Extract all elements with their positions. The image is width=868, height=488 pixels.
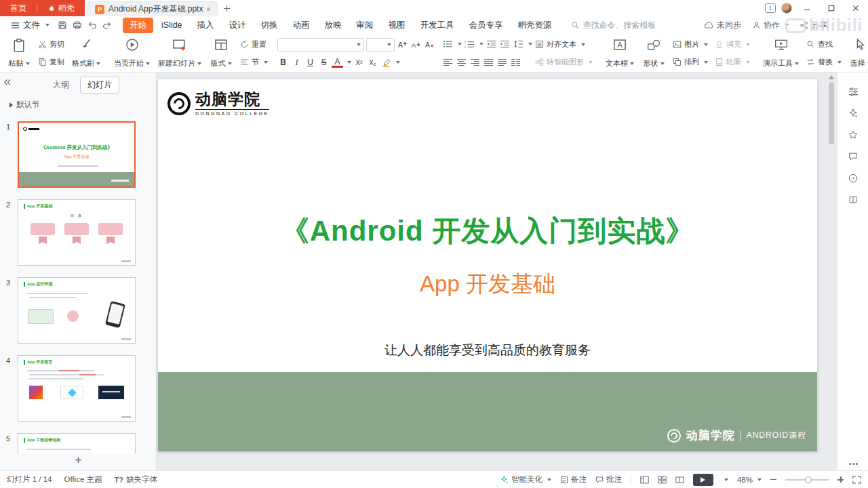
smart-beautify-button[interactable]: 智能美化 (500, 474, 551, 485)
increase-indent-button[interactable] (499, 38, 511, 50)
select-button[interactable]: 选择 (846, 37, 868, 70)
menu-item-slideshow[interactable]: 放映 (318, 18, 349, 33)
underline-button[interactable]: U (304, 56, 316, 68)
columns-button[interactable] (510, 56, 521, 68)
share-button[interactable]: 分享 (800, 20, 827, 31)
home-tab[interactable]: 首页 (0, 3, 37, 14)
paste-button[interactable]: 粘贴 (4, 37, 34, 70)
vertical-scrollbar[interactable] (827, 74, 835, 469)
file-menu[interactable]: 文件 (5, 20, 55, 31)
clear-format-button[interactable]: A (424, 39, 435, 51)
slide-sorter-view-button[interactable] (658, 476, 667, 484)
new-tab-button[interactable] (218, 0, 235, 16)
replace-button[interactable]: 替换 (804, 56, 844, 68)
tab-slides[interactable]: 幻灯片 (80, 77, 119, 94)
window-pin-icon[interactable]: 1 (765, 3, 776, 13)
font-name-combo[interactable] (277, 38, 364, 52)
slide-tagline[interactable]: 让人人都能享受到高品质的教育服务 (158, 342, 817, 359)
zoom-out-button[interactable] (770, 479, 776, 481)
add-slide-button[interactable]: + (0, 454, 157, 466)
slide-title[interactable]: 《Android 开发从入门到实战》 (158, 212, 817, 250)
bold-button[interactable]: B (277, 56, 289, 68)
strikethrough-button[interactable]: S (318, 56, 330, 68)
increase-font-button[interactable]: A (397, 39, 408, 51)
reset-button[interactable]: 重置 (237, 38, 271, 51)
command-search[interactable] (571, 20, 671, 30)
shapes-button[interactable]: 形状 (639, 37, 669, 70)
distribute-button[interactable] (496, 56, 508, 68)
subscript-button[interactable]: X₂ (367, 56, 378, 68)
copy-button[interactable]: 复制 (35, 56, 67, 68)
new-slide-button[interactable]: 新建幻灯片 (155, 37, 205, 70)
undo-button[interactable] (85, 18, 100, 32)
presenter-tools-button[interactable]: 演示工具 (760, 37, 802, 70)
textbox-button[interactable]: A 文本框 (602, 37, 637, 70)
outline-button[interactable]: 轮廓 (712, 56, 753, 68)
slide-thumbnail-3[interactable]: App 运行环境 (18, 277, 136, 344)
decrease-font-button[interactable]: A (410, 39, 422, 51)
align-text-button[interactable]: 对齐文本 (532, 38, 595, 51)
slideshow-play-button[interactable] (693, 474, 713, 486)
decrease-indent-button[interactable] (486, 38, 497, 50)
fill-button[interactable]: 填充 (712, 38, 753, 51)
collapse-panel-icon[interactable] (3, 79, 12, 86)
slide-canvas[interactable]: 动脑学院 DONGNAO COLLEGE 《Android 开发从入门到实战》 … (158, 79, 817, 451)
italic-button[interactable]: I (291, 56, 302, 68)
menu-item-review[interactable]: 审阅 (350, 18, 380, 33)
missing-fonts-button[interactable]: T? 缺失字体 (115, 474, 157, 485)
highlight-pen-button[interactable] (380, 56, 392, 68)
numbering-button[interactable]: 12 (464, 38, 475, 50)
search-input[interactable] (583, 20, 671, 30)
print-button[interactable] (70, 18, 85, 32)
align-center-button[interactable] (456, 56, 467, 68)
cut-button[interactable]: 剪切 (35, 38, 67, 51)
superscript-button[interactable]: X² (353, 56, 365, 68)
beautify-panel-icon[interactable] (837, 102, 868, 124)
theme-name[interactable]: Office 主题 (64, 474, 102, 485)
user-avatar[interactable] (781, 3, 792, 14)
slide-thumbnail-1[interactable]: 《Android 开发从入门到实战》 App 开发基础 (18, 121, 136, 188)
tab-outline[interactable]: 大纲 (46, 77, 76, 93)
sync-status[interactable]: 未同步 (704, 20, 741, 31)
menu-item-design[interactable]: 设计 (222, 18, 253, 33)
minimize-button[interactable] (797, 0, 816, 16)
close-button[interactable] (846, 0, 865, 16)
line-spacing-button[interactable] (513, 38, 524, 50)
more-icon[interactable] (837, 463, 868, 465)
menu-item-member[interactable]: 会员专享 (462, 18, 510, 33)
slide-thumbnail-4[interactable]: App 开发语言 (18, 355, 136, 422)
normal-view-button[interactable] (640, 476, 649, 484)
picture-button[interactable]: 图片 (670, 38, 711, 51)
comments-button[interactable]: 批注 (595, 474, 622, 485)
align-left-button[interactable] (442, 56, 454, 68)
menu-item-home[interactable]: 开始 (123, 18, 153, 33)
maximize-button[interactable] (822, 0, 841, 16)
favorites-icon[interactable] (837, 124, 868, 146)
menu-item-docer[interactable]: 稻壳资源 (511, 18, 559, 33)
reading-view-button[interactable] (675, 476, 684, 484)
zoom-slider[interactable] (785, 479, 829, 481)
menu-item-devtools[interactable]: 开发工具 (414, 18, 461, 33)
zoom-in-button[interactable] (837, 476, 844, 483)
menu-item-islide[interactable]: iSlide (155, 18, 189, 32)
section-button[interactable]: 节 (237, 56, 271, 68)
font-size-combo[interactable] (366, 38, 395, 52)
comments-panel-icon[interactable] (837, 146, 868, 167)
notes-button[interactable]: 备注 (560, 474, 587, 485)
menu-item-view[interactable]: 视图 (382, 18, 412, 33)
find-button[interactable]: 查找 (804, 38, 844, 51)
convert-smartart-button[interactable]: 转智能图形 (532, 56, 595, 68)
scroll-up-icon[interactable] (829, 75, 834, 79)
justify-button[interactable] (483, 56, 494, 68)
menu-item-transition[interactable]: 切换 (254, 18, 285, 33)
layout-button[interactable]: 版式 (206, 37, 236, 70)
section-header[interactable]: 默认节 (9, 100, 40, 110)
menu-item-insert[interactable]: 插入 (191, 18, 221, 33)
collaborate-button[interactable]: 协作 (752, 20, 789, 31)
zoom-slider-knob[interactable] (805, 476, 812, 483)
redo-button[interactable] (100, 18, 115, 32)
slide-thumbnail-5[interactable]: App 工程目录结构 (18, 433, 136, 453)
bullets-button[interactable] (442, 38, 454, 50)
slide-subtitle[interactable]: App 开发基础 (158, 269, 817, 300)
help-icon[interactable]: ? (837, 167, 868, 189)
